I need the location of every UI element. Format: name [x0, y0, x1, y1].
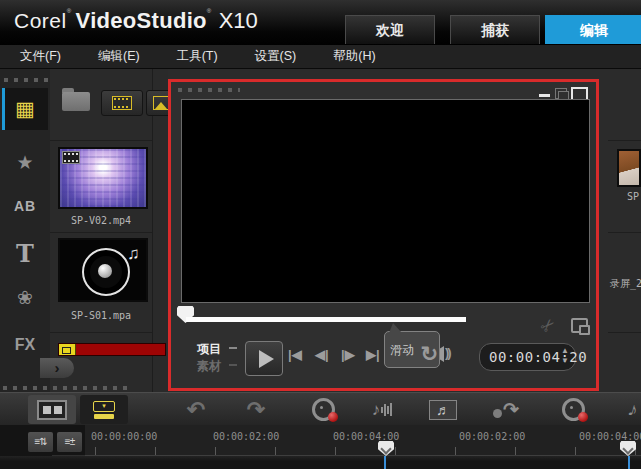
mode-indicator-dash — [229, 347, 237, 349]
film-perforation-strip — [4, 78, 48, 82]
sidebar-item-transition[interactable]: AB — [2, 185, 48, 227]
timeline-marker[interactable] — [620, 441, 636, 456]
video-type-overlay-icon — [62, 151, 80, 164]
storyboard-icon — [37, 400, 67, 420]
sidebar-expand-button[interactable]: › — [40, 358, 74, 378]
graphic-flower-icon: ❀ — [17, 286, 33, 309]
ruler-timecode-label: 00:00:04:00 — [579, 431, 641, 442]
mode-project-label[interactable]: 项目 — [197, 341, 221, 358]
music-score-icon: ♬ — [429, 400, 457, 420]
repeat-icon-overlap: ↻ — [420, 342, 438, 366]
logo-version: X10 — [219, 8, 258, 33]
ruler-timecode-label: 00:00:00:00 — [91, 431, 157, 442]
timeline-view-icon: ▾ — [93, 401, 115, 419]
library-item-photo-thumbnail-clipped[interactable] — [617, 149, 641, 187]
registered-mark: ® — [207, 8, 211, 14]
restore-icon[interactable] — [555, 88, 567, 99]
cut-clip-icon[interactable]: ✂ — [536, 313, 561, 338]
cursor-tooltip: 滑动 ↻ — [384, 331, 440, 368]
timeline-track-strip[interactable] — [0, 456, 641, 469]
clipped-toolbar-icon[interactable]: ♪ — [615, 392, 641, 428]
redo-button[interactable]: ↷ — [238, 395, 274, 424]
ruler-tick — [395, 447, 396, 455]
category-sidebar: ▦ ★ AB T ❀ FX — [0, 69, 51, 392]
spin-down-icon[interactable]: ▼ — [561, 356, 569, 366]
go-to-end-button[interactable]: ▶| — [366, 347, 380, 362]
film-perforation-strip — [178, 88, 240, 92]
timeline-marker[interactable] — [378, 441, 394, 456]
ruler-tick — [275, 447, 276, 455]
right-library-clipped — [599, 69, 641, 392]
previous-frame-button[interactable]: ◀| — [315, 347, 329, 362]
sound-mixer-button[interactable]: ♪ — [362, 395, 402, 424]
library-item-audio-thumbnail[interactable]: ♫ — [58, 238, 148, 302]
timeline-view-button[interactable]: ▾ — [80, 395, 128, 424]
menu-edit[interactable]: 编辑(E) — [98, 48, 140, 65]
auto-music-button[interactable]: ♬ — [423, 395, 463, 424]
show-videos-button[interactable] — [101, 90, 143, 116]
enlarge-preview-icon[interactable] — [571, 318, 588, 333]
video-filmstrip-icon — [112, 96, 132, 110]
sidebar-item-title[interactable]: T — [2, 232, 48, 274]
mode-indicator-dash — [229, 364, 237, 366]
gallery-folder-icon[interactable] — [62, 92, 90, 111]
ruler-timecode-label: 00:00:02:00 — [213, 431, 279, 442]
preview-panel-highlighted: ✂ 项目 素材 |◀ ◀| |▶ ▶| ↻ 滑动 ↻ )) 00:00:04:2… — [168, 79, 599, 391]
motion-tracking-button[interactable]: ↷ — [484, 395, 528, 424]
ruler-tick — [215, 447, 216, 455]
videostudio-window: Corel® VideoStudio® X10 欢迎 捕获 编辑 文件(F) 编… — [0, 0, 641, 469]
library-item-video-thumbnail[interactable] — [58, 147, 148, 209]
scrubber-track[interactable] — [186, 317, 466, 322]
timeline-ruler[interactable]: 00:00:00:0000:00:02:0000:00:04:0000:00:0… — [85, 425, 641, 456]
ruler-timecode-label: 00:00:04:00 — [333, 431, 399, 442]
music-note-icon: ♫ — [127, 244, 140, 264]
library-row-separator — [608, 332, 641, 333]
app-logo: Corel® VideoStudio® X10 — [14, 8, 258, 34]
registered-mark: ® — [67, 8, 71, 14]
menu-help[interactable]: 帮助(H) — [333, 48, 375, 65]
tab-capture[interactable]: 捕获 — [450, 15, 540, 44]
media-library-icon: ▦ — [15, 97, 35, 121]
waveform-icon — [381, 403, 392, 416]
undo-button[interactable]: ↶ — [178, 395, 214, 424]
menu-settings[interactable]: 设置(S) — [255, 48, 297, 65]
tooltip-tail — [389, 323, 402, 333]
storyboard-view-button[interactable] — [28, 395, 76, 424]
video-clip-camera-icon — [59, 344, 76, 355]
mode-clip-label[interactable]: 素材 — [197, 358, 221, 375]
timeline-cursor[interactable] — [384, 456, 386, 469]
sidebar-item-graphic[interactable]: ❀ — [2, 276, 48, 318]
batch-convert-button[interactable] — [553, 395, 593, 424]
ruler-tick — [95, 447, 96, 455]
menu-tools[interactable]: 工具(T) — [177, 48, 218, 65]
go-to-start-button[interactable]: |◀ — [288, 347, 302, 362]
tooltip-text: 滑动 — [390, 342, 414, 359]
sidebar-item-instant-project[interactable]: ★ — [2, 141, 48, 183]
tab-edit[interactable]: 编辑 — [545, 15, 641, 44]
tracking-dot-icon — [493, 409, 502, 418]
spin-up-icon[interactable]: ▲ — [561, 346, 569, 356]
record-capture-button[interactable] — [303, 395, 343, 424]
preview-screen[interactable] — [181, 99, 590, 303]
logo-corel: Corel — [14, 9, 67, 32]
video-track-clip[interactable] — [58, 343, 166, 356]
next-frame-button[interactable]: |▶ — [341, 347, 355, 362]
timecode-spinner[interactable]: ▲ ▼ — [561, 346, 569, 366]
tab-welcome[interactable]: 欢迎 — [345, 15, 435, 44]
play-button[interactable] — [245, 341, 283, 376]
film-reel-record-icon — [562, 398, 585, 421]
vinyl-center — [98, 264, 112, 278]
timeline-cursor[interactable] — [628, 456, 630, 469]
menu-file[interactable]: 文件(F) — [20, 48, 61, 65]
track-manager-button[interactable]: ≡⇅ — [28, 432, 53, 452]
timecode-box[interactable]: 00:00:04:20 ▲ ▼ — [479, 343, 576, 371]
minimize-icon[interactable] — [539, 94, 550, 97]
active-indicator — [2, 88, 5, 130]
ruler-tick — [335, 447, 336, 455]
add-remove-track-button[interactable]: ≡± — [57, 432, 82, 452]
vinyl-record-icon — [82, 248, 130, 296]
library-row-separator — [50, 140, 152, 141]
sidebar-item-media[interactable]: ▦ — [2, 88, 48, 130]
ruler-tick — [455, 447, 456, 455]
logo-product: VideoStudio — [76, 8, 207, 33]
